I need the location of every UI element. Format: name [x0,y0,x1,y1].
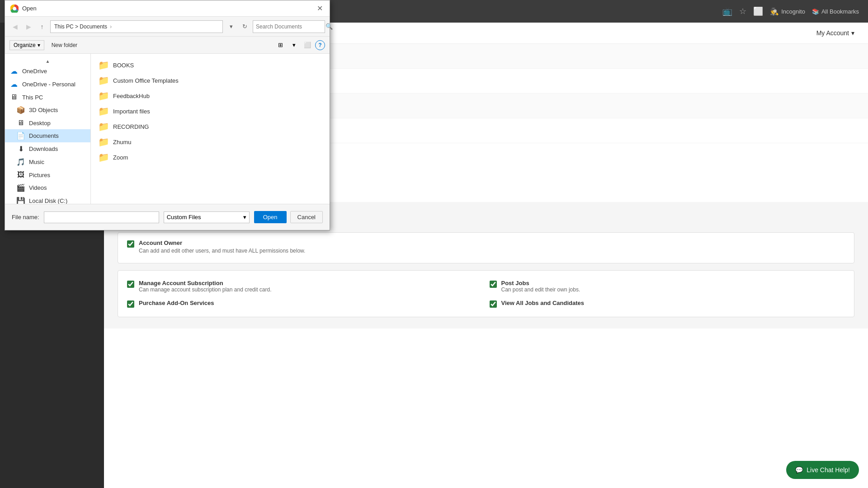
dialog-nav: ▲ ☁ OneDrive ☁ OneDrive - Personal 🖥 Thi… [5,54,91,204]
nav-item-label: Downloads [29,145,58,152]
address-dropdown-button[interactable]: ▾ [226,23,236,30]
folder-icon: 📁 [98,90,109,101]
folder-icon: 📁 [98,152,109,163]
open-dialog: Open ✕ ◀ ▶ ↑ This PC > Documents › ▾ ↻ 🔍… [5,0,330,230]
this-pc-icon: 🖥 [9,93,19,101]
address-arrow: › [110,23,112,30]
list-item[interactable]: 📁 Zhumu [94,134,326,150]
new-folder-button[interactable]: New folder [48,41,81,50]
organize-button[interactable]: Organize ▾ [9,40,44,50]
list-item[interactable]: 📁 RECORDING [94,119,326,134]
onedrive-personal-icon: ☁ [9,80,19,89]
nav-item-label: Desktop [29,120,51,127]
file-name: BOOKS [113,62,134,69]
file-name: FeedbackHub [113,93,150,99]
search-input[interactable] [256,23,324,30]
nav-item-downloads[interactable]: ⬇ Downloads [5,142,90,155]
file-name: Zhumu [113,139,131,145]
nav-item-label: Documents [29,132,59,139]
dialog-close-button[interactable]: ✕ [315,4,324,13]
file-name-input[interactable] [44,211,159,223]
open-button[interactable]: Open [254,211,287,223]
dialog-overlay: Open ✕ ◀ ▶ ↑ This PC > Documents › ▾ ↻ 🔍… [0,0,868,488]
nav-item-label: Music [29,159,44,165]
desktop-icon: 🖥 [16,119,25,127]
view-pane-button[interactable]: ⬜ [302,40,313,50]
address-bar[interactable]: This PC > Documents › [50,20,223,33]
file-type-chevron-icon: ▾ [243,214,246,221]
dialog-files: 📁 BOOKS 📁 Custom Office Templates 📁 Feed… [91,54,330,204]
dialog-actions: Organize ▾ New folder ⊞ ▾ ⬜ ? [5,37,330,54]
list-item[interactable]: 📁 Important files [94,103,326,119]
nav-item-label: OneDrive [22,68,47,75]
view-tiles-button[interactable]: ⊞ [274,40,286,50]
file-type-label: Custom Files [167,214,201,221]
file-name: Important files [113,108,150,115]
local-disk-icon: 💾 [16,197,25,204]
folder-icon: 📁 [98,75,109,86]
list-item[interactable]: 📁 BOOKS [94,57,326,73]
nav-item-label: 3D Objects [29,107,58,113]
chrome-logo-icon [10,5,19,13]
organize-chevron-icon: ▾ [38,42,40,48]
documents-icon: 📄 [16,131,25,140]
dialog-footer: File name: Custom Files ▾ Open Cancel [5,204,330,230]
nav-item-label: Videos [29,184,47,191]
nav-item-documents[interactable]: 📄 Documents [5,129,90,142]
onedrive-icon: ☁ [9,67,19,75]
dialog-body: ▲ ☁ OneDrive ☁ OneDrive - Personal 🖥 Thi… [5,54,330,204]
nav-item-onedrive[interactable]: ☁ OneDrive [5,65,90,78]
view-controls: ⊞ ▾ ⬜ ? [274,40,325,50]
music-icon: 🎵 [16,158,25,166]
file-name-label: File name: [12,214,39,221]
nav-item-label: Pictures [29,172,50,178]
search-icon: 🔍 [326,23,333,30]
folder-icon: 📁 [98,121,109,132]
list-item[interactable]: 📁 FeedbackHub [94,88,326,103]
footer-buttons: Open Cancel [254,211,323,223]
file-name: Zoom [113,154,128,161]
refresh-button[interactable]: ↻ [239,21,250,32]
folder-icon: 📁 [98,136,109,147]
folder-icon: 📁 [98,60,109,70]
nav-item-local-disk[interactable]: 💾 Local Disk (C:) [5,194,90,204]
nav-item-label: OneDrive - Personal [22,81,75,88]
nav-item-desktop[interactable]: 🖥 Desktop [5,117,90,129]
nav-scroll-up-button[interactable]: ▲ [5,57,90,65]
nav-item-3d-objects[interactable]: 📦 3D Objects [5,103,90,117]
dialog-toolbar: ◀ ▶ ↑ This PC > Documents › ▾ ↻ 🔍 [5,17,330,37]
file-name: Custom Office Templates [113,77,179,84]
list-item[interactable]: 📁 Custom Office Templates [94,73,326,88]
nav-item-pictures[interactable]: 🖼 Pictures [5,169,90,181]
cancel-button[interactable]: Cancel [290,211,323,223]
view-list-dropdown-button[interactable]: ▾ [288,40,300,50]
nav-item-label: This PC [22,94,43,101]
pictures-icon: 🖼 [16,171,25,179]
downloads-icon: ⬇ [16,145,25,153]
3d-objects-icon: 📦 [16,106,25,114]
address-path: This PC > Documents [54,23,107,30]
dialog-title: Open [22,5,37,12]
nav-item-videos[interactable]: 🎬 Videos [5,181,90,194]
nav-item-music[interactable]: 🎵 Music [5,155,90,169]
folder-icon: 📁 [98,106,109,117]
search-box: 🔍 [253,20,325,33]
file-type-select[interactable]: Custom Files ▾ [164,211,250,223]
dialog-titlebar: Open ✕ [5,0,330,17]
nav-item-label: Local Disk (C:) [29,197,67,204]
dialog-title-left: Open [10,5,37,13]
nav-item-this-pc[interactable]: 🖥 This PC [5,91,90,103]
videos-icon: 🎬 [16,183,25,192]
up-button[interactable]: ↑ [37,21,47,32]
forward-button[interactable]: ▶ [23,21,34,32]
list-item[interactable]: 📁 Zoom [94,150,326,165]
help-button[interactable]: ? [315,40,325,50]
nav-item-onedrive-personal[interactable]: ☁ OneDrive - Personal [5,78,90,91]
back-button[interactable]: ◀ [9,21,20,32]
file-name: RECORDING [113,123,149,130]
